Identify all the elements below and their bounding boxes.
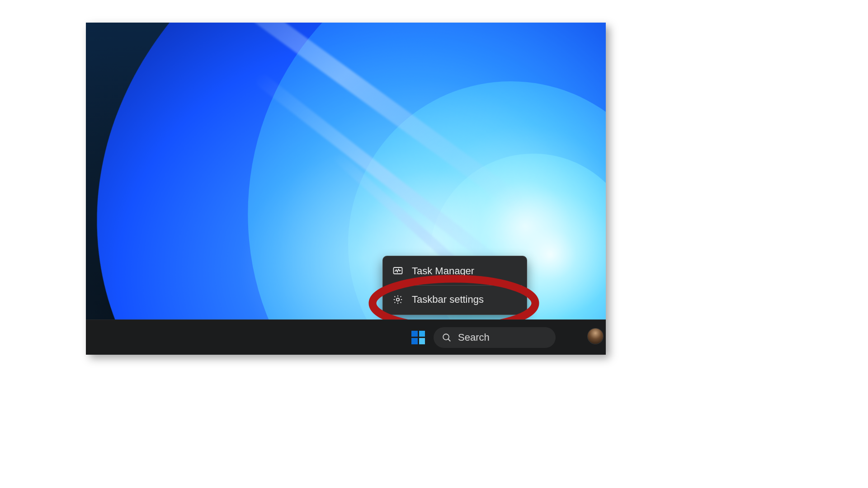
menu-item-label: Task Manager <box>412 265 474 277</box>
search-placeholder: Search <box>458 332 490 343</box>
activity-icon <box>392 265 404 277</box>
taskbar[interactable]: Search <box>86 319 606 355</box>
menu-separator <box>387 285 522 286</box>
svg-point-1 <box>396 298 399 301</box>
svg-line-4 <box>448 339 450 341</box>
windows-logo-icon <box>411 331 425 344</box>
screenshot-frame: Task Manager Taskbar settings <box>86 23 606 355</box>
desktop-wallpaper[interactable] <box>86 23 606 355</box>
menu-item-label: Taskbar settings <box>412 294 484 305</box>
taskbar-settings-menu-item[interactable]: Taskbar settings <box>383 287 527 312</box>
user-avatar[interactable] <box>588 328 603 344</box>
gear-icon <box>392 294 404 305</box>
start-button[interactable] <box>409 328 427 347</box>
svg-point-3 <box>443 334 449 340</box>
taskbar-center-group: Search <box>86 320 606 355</box>
taskbar-context-menu: Task Manager Taskbar settings <box>382 256 527 315</box>
search-icon <box>442 333 452 343</box>
task-manager-menu-item[interactable]: Task Manager <box>383 259 527 283</box>
taskbar-search[interactable]: Search <box>434 327 556 348</box>
